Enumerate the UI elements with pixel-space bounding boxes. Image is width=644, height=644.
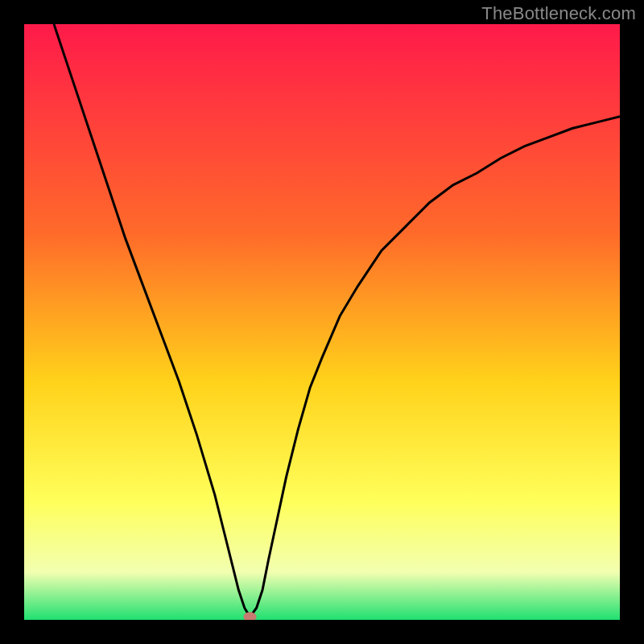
chart-frame: TheBottleneck.com — [0, 0, 644, 644]
gradient-background — [24, 24, 620, 620]
bottleneck-chart — [24, 24, 620, 620]
plot-area — [24, 24, 620, 620]
watermark-text: TheBottleneck.com — [481, 3, 636, 24]
